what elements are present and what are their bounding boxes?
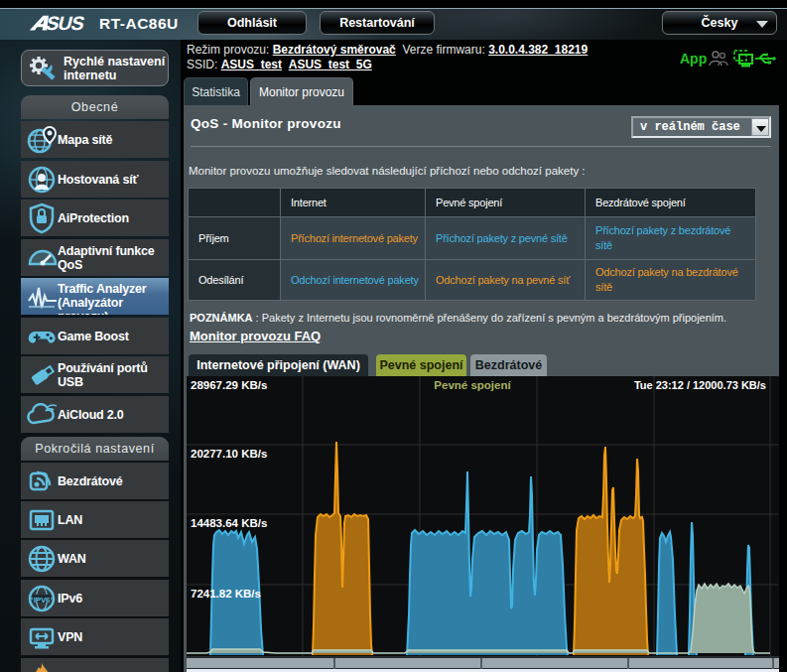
svg-text:20277.10 KB/s: 20277.10 KB/s	[191, 448, 267, 460]
svg-text:Tue 23:12 / 12000.73 KB/s: Tue 23:12 / 12000.73 KB/s	[634, 379, 766, 391]
svg-text:28967.29 KB/s: 28967.29 KB/s	[191, 379, 267, 391]
svg-text:14483.64 KB/s: 14483.64 KB/s	[191, 517, 267, 529]
svg-text:IPV6: IPV6	[34, 596, 51, 605]
svg-text:Pevné spojení: Pevné spojení	[434, 379, 511, 391]
svg-text:SUS: SUS	[44, 13, 86, 35]
svg-text:7241.82 KB/s: 7241.82 KB/s	[191, 588, 261, 600]
